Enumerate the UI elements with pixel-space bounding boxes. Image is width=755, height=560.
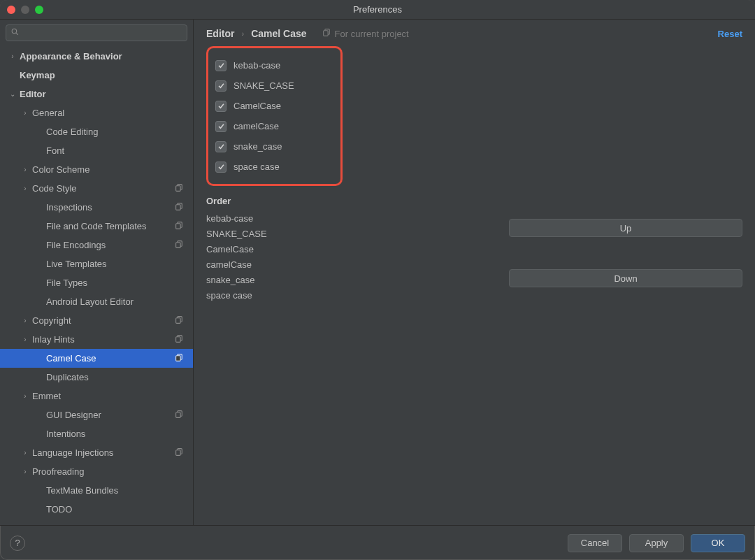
tree-item-label: TextMate Bundles xyxy=(46,485,186,496)
content-panel: Editor › Camel Case For current project … xyxy=(194,20,755,525)
copy-icon xyxy=(322,28,331,39)
tree-item[interactable]: Duplicates xyxy=(0,368,193,387)
svg-rect-5 xyxy=(176,204,181,210)
tree-item[interactable]: Inspections xyxy=(0,198,193,217)
checkbox-label: SNAKE_CASE xyxy=(233,80,294,91)
svg-rect-7 xyxy=(176,223,181,229)
move-up-button[interactable]: Up xyxy=(509,219,742,237)
svg-rect-19 xyxy=(176,450,181,455)
tree-item[interactable]: File and Code Templates xyxy=(0,217,193,236)
case-option-row[interactable]: snake_case xyxy=(215,136,331,157)
tree-item[interactable]: ›Language Injections xyxy=(0,443,193,462)
tree-item[interactable]: ›Proofreading xyxy=(0,462,193,481)
tree-item[interactable]: Camel Case xyxy=(0,349,193,368)
tree-item[interactable]: ›Appearance & Behavior xyxy=(0,47,193,66)
case-option-row[interactable]: CamelCase xyxy=(215,96,331,116)
ok-button[interactable]: OK xyxy=(691,534,745,552)
tree-item-label: Code Editing xyxy=(46,127,186,137)
tree-item-label: Android Layout Editor xyxy=(46,296,186,307)
chevron-right-icon: › xyxy=(21,468,29,475)
window-maximize-button[interactable] xyxy=(35,6,43,14)
window-minimize-button[interactable] xyxy=(21,6,29,14)
move-down-button[interactable]: Down xyxy=(509,269,742,287)
project-scope-icon xyxy=(175,334,186,345)
case-option-row[interactable]: camelCase xyxy=(215,116,331,136)
tree-item[interactable]: TextMate Bundles xyxy=(0,481,193,500)
order-list-item[interactable]: snake_case xyxy=(206,272,267,287)
tree-item-label: Copyright xyxy=(32,315,175,326)
tree-item-label: Font xyxy=(46,145,186,156)
tree-item-label: File Encodings xyxy=(46,240,175,250)
tree-item[interactable]: Code Editing xyxy=(0,122,193,141)
window-close-button[interactable] xyxy=(7,6,15,14)
tree-item-label: Language Injections xyxy=(32,447,175,458)
tree-item[interactable]: Intentions xyxy=(0,424,193,443)
checkbox[interactable] xyxy=(215,80,226,92)
tree-item[interactable]: File Types xyxy=(0,273,193,292)
tree-item-label: General xyxy=(32,108,186,118)
tree-item[interactable]: ›Inlay Hints xyxy=(0,330,193,349)
svg-rect-15 xyxy=(176,355,181,361)
reset-link[interactable]: Reset xyxy=(718,29,742,39)
tree-item[interactable]: ›Code Style xyxy=(0,179,193,198)
settings-tree[interactable]: ›Appearance & BehaviorKeymap⌄Editor›Gene… xyxy=(0,45,193,525)
order-list-item[interactable]: SNAKE_CASE xyxy=(206,226,267,241)
chevron-right-icon: › xyxy=(21,317,29,324)
project-scope-icon xyxy=(175,447,186,459)
search-input[interactable] xyxy=(22,28,182,38)
breadcrumb-leaf: Camel Case xyxy=(251,28,306,39)
tree-item[interactable]: Live Templates xyxy=(0,254,193,273)
tree-item-label: Live Templates xyxy=(46,259,186,269)
checkbox-label: space case xyxy=(233,161,280,172)
project-scope-icon xyxy=(175,202,186,213)
svg-rect-9 xyxy=(176,242,181,247)
tree-item[interactable]: ›General xyxy=(0,103,193,122)
project-scope-icon xyxy=(175,221,186,232)
tree-item-label: Appearance & Behavior xyxy=(20,51,186,62)
breadcrumb: Editor › Camel Case xyxy=(206,28,307,39)
case-option-row[interactable]: SNAKE_CASE xyxy=(215,76,331,96)
apply-button[interactable]: Apply xyxy=(629,534,684,552)
checkbox[interactable] xyxy=(215,161,226,173)
tree-item[interactable]: Keymap xyxy=(0,66,193,85)
checkbox[interactable] xyxy=(215,60,226,71)
window-title: Preferences xyxy=(353,4,402,15)
search-icon xyxy=(10,27,20,38)
checkbox[interactable] xyxy=(215,101,226,112)
svg-rect-11 xyxy=(176,317,181,323)
tree-item[interactable]: Android Layout Editor xyxy=(0,292,193,311)
tree-item[interactable]: Plugins xyxy=(0,519,193,525)
tree-item-label: Inspections xyxy=(46,202,175,213)
svg-line-1 xyxy=(16,33,18,35)
tree-item[interactable]: Font xyxy=(0,141,193,160)
svg-rect-21 xyxy=(323,31,328,36)
order-list-item[interactable]: space case xyxy=(206,287,267,303)
tree-item-label: GUI Designer xyxy=(46,410,175,420)
case-option-row[interactable]: space case xyxy=(215,157,331,177)
tree-item-label: File Types xyxy=(46,278,186,288)
tree-item[interactable]: ⌄Editor xyxy=(0,85,193,103)
order-list-item[interactable]: kebab-case xyxy=(206,210,267,226)
tree-item[interactable]: GUI Designer xyxy=(0,405,193,424)
tree-item-label: Editor xyxy=(20,89,186,99)
checkbox-label: CamelCase xyxy=(233,101,281,111)
project-scope-icon xyxy=(175,315,186,326)
tree-item[interactable]: ›Copyright xyxy=(0,311,193,330)
tree-item[interactable]: ›Emmet xyxy=(0,387,193,405)
case-option-row[interactable]: kebab-case xyxy=(215,55,331,76)
svg-point-0 xyxy=(12,29,17,34)
checkbox[interactable] xyxy=(215,121,226,132)
chevron-right-icon: › xyxy=(21,109,29,117)
tree-item-label: Color Scheme xyxy=(32,164,186,175)
cancel-button[interactable]: Cancel xyxy=(568,534,622,552)
checkbox[interactable] xyxy=(215,141,226,152)
help-button[interactable]: ? xyxy=(10,536,25,551)
tree-item[interactable]: File Encodings xyxy=(0,236,193,254)
chevron-down-icon: ⌄ xyxy=(8,90,17,98)
tree-item[interactable]: ›Color Scheme xyxy=(0,160,193,179)
tree-item[interactable]: TODO xyxy=(0,500,193,519)
order-list[interactable]: kebab-caseSNAKE_CASECamelCasecamelCasesn… xyxy=(206,210,267,303)
order-list-item[interactable]: camelCase xyxy=(206,257,267,272)
order-list-item[interactable]: CamelCase xyxy=(206,241,267,257)
search-field[interactable] xyxy=(6,24,187,41)
